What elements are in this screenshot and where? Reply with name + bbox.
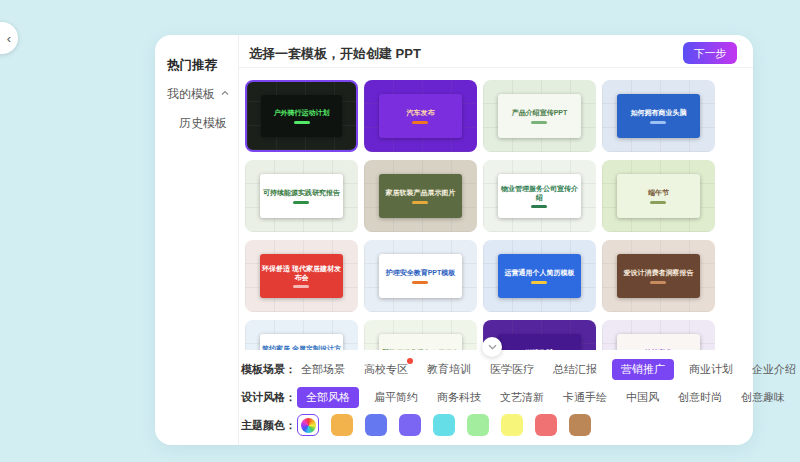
template-accent-bar [412, 281, 428, 284]
sidebar-item-label: 我的模板 [167, 87, 215, 101]
filter-label-style: 设计风格： [241, 390, 297, 405]
template-title: 户外骑行运动计划 [274, 108, 330, 117]
template-accent-bar [293, 285, 309, 288]
template-slide-preview: 如何拥有商业头脑 [617, 94, 701, 139]
template-thumbnail-0[interactable]: 户外骑行运动计划 [245, 80, 358, 152]
template-accent-bar [293, 201, 309, 204]
template-title: 汽车发布 [406, 108, 434, 117]
chevron-up-icon [221, 90, 228, 97]
template-thumbnail-11[interactable]: 爱设计消费者洞察报告 [602, 240, 715, 312]
template-picker-panel: 热门推荐 我的模板 历史模板 选择一套模板，开始创建 PPT 下一步 户外骑行运… [155, 35, 753, 445]
template-thumbnail-8[interactable]: 环保舒适 现代家居建材发布会 [245, 240, 358, 312]
collapse-left-icon: ‹ [7, 31, 11, 46]
template-title: 物业管理服务公司宣传介绍 [500, 184, 580, 203]
color-wheel-icon [301, 418, 316, 433]
page-title: 选择一套模板，开始创建 PPT [249, 45, 421, 63]
sidebar: 热门推荐 我的模板 历史模板 [155, 35, 238, 445]
template-title: 如何拥有商业头脑 [630, 108, 686, 117]
expand-more-button[interactable] [482, 337, 502, 357]
template-slide-preview: 爱设计消费者洞察报告 [617, 254, 701, 299]
template-title: 爱设计消费者洞察报告 [623, 268, 693, 277]
template-slide-preview: 护理安全教育PPT模板 [379, 254, 463, 299]
filter-chip-医学医疗[interactable]: 医学医疗 [486, 359, 538, 380]
template-slide-preview: 汽车发布 [379, 94, 463, 139]
filter-chip-商务科技[interactable]: 商务科技 [433, 387, 485, 408]
template-accent-bar [531, 281, 547, 284]
template-thumbnail-13[interactable]: 新能源行业绿色发展报告 [364, 320, 477, 350]
color-swatch-BC8756[interactable] [569, 414, 591, 436]
template-slide-preview: 简约商务 [617, 334, 701, 350]
template-title: 简约家居 全屋定制设计方案展示 [262, 344, 342, 350]
filter-row-color: 主题颜色： [241, 414, 745, 436]
template-slide-preview: 端午节 [617, 174, 701, 219]
template-title: 护理安全教育PPT模板 [386, 268, 456, 277]
color-swatch-7A66F2[interactable] [399, 414, 421, 436]
sidebar-item-hot-recommend[interactable]: 热门推荐 [155, 51, 238, 80]
filter-chip-创意时尚[interactable]: 创意时尚 [674, 387, 726, 408]
next-step-button[interactable]: 下一步 [683, 42, 737, 64]
template-accent-bar [412, 201, 428, 204]
color-swatch-A3ED9E[interactable] [467, 414, 489, 436]
filter-chip-扁平简约[interactable]: 扁平简约 [370, 387, 422, 408]
template-accent-bar [531, 205, 547, 208]
template-title: 简约商务 [644, 348, 672, 350]
color-swatch-6678F0[interactable] [365, 414, 387, 436]
filter-row-scene: 模板场景： 全部场景高校专区教育培训医学医疗总结汇报营销推广商业计划企业介绍党政… [241, 359, 745, 380]
filter-chip-创意趣味[interactable]: 创意趣味 [737, 387, 789, 408]
filter-row-style: 设计风格： 全部风格扁平简约商务科技文艺清新卡通手绘中国风创意时尚创意趣味 [241, 387, 745, 408]
filter-chip-总结汇报[interactable]: 总结汇报 [549, 359, 601, 380]
template-thumbnail-2[interactable]: 产品介绍宣传PPT [483, 80, 596, 152]
template-thumbnail-1[interactable]: 汽车发布 [364, 80, 477, 152]
new-badge-dot [407, 358, 413, 364]
filter-chip-文艺清新[interactable]: 文艺清新 [496, 387, 548, 408]
template-thumbnail-6[interactable]: 物业管理服务公司宣传介绍 [483, 160, 596, 232]
template-accent-bar [531, 121, 547, 124]
template-accent-bar [294, 121, 310, 124]
style-chip-list: 全部风格扁平简约商务科技文艺清新卡通手绘中国风创意时尚创意趣味 [297, 387, 789, 408]
color-swatch-list [297, 414, 591, 436]
sidebar-item-history-templates[interactable]: 历史模板 [155, 109, 238, 138]
filter-chip-企业介绍[interactable]: 企业介绍 [748, 359, 800, 380]
filter-chip-全部场景[interactable]: 全部场景 [297, 359, 349, 380]
color-swatch-F07272[interactable] [535, 414, 557, 436]
template-slide-preview: 新能源行业绿色发展报告 [379, 334, 463, 350]
template-title: 环保舒适 现代家居建材发布会 [262, 264, 342, 283]
template-thumbnail-15[interactable]: 简约商务 [602, 320, 715, 350]
collapse-panel-button[interactable]: ‹ [0, 22, 18, 54]
filter-chip-中国风[interactable]: 中国风 [622, 387, 663, 408]
filter-chip-教育培训[interactable]: 教育培训 [423, 359, 475, 380]
template-thumbnail-3[interactable]: 如何拥有商业头脑 [602, 80, 715, 152]
filter-chip-营销推广[interactable]: 营销推广 [612, 359, 674, 380]
template-thumbnail-4[interactable]: 可持续能源实践研究报告 [245, 160, 358, 232]
filter-chip-全部风格[interactable]: 全部风格 [297, 387, 359, 408]
color-swatch-66DEE8[interactable] [433, 414, 455, 436]
template-slide-preview: 户外骑行运动计划 [261, 95, 342, 137]
template-thumbnail-7[interactable]: 端午节 [602, 160, 715, 232]
template-thumbnail-10[interactable]: 运营通用个人简历模板 [483, 240, 596, 312]
template-thumbnail-5[interactable]: 家居软装产品展示图片 [364, 160, 477, 232]
color-swatch-F7F57A[interactable] [501, 414, 523, 436]
template-slide-preview: 环保舒适 现代家居建材发布会 [260, 254, 344, 299]
color-swatch-F2B24C[interactable] [331, 414, 353, 436]
sidebar-item-my-templates[interactable]: 我的模板 [155, 80, 238, 109]
template-accent-bar [650, 201, 666, 204]
template-slide-preview: 潮流街球 [498, 334, 582, 350]
filter-chip-卡通手绘[interactable]: 卡通手绘 [559, 387, 611, 408]
scene-chip-list: 全部场景高校专区教育培训医学医疗总结汇报营销推广商业计划企业介绍党政宣传晚会表彰 [297, 359, 800, 380]
template-thumbnail-12[interactable]: 简约家居 全屋定制设计方案展示 [245, 320, 358, 350]
chevron-down-icon [488, 344, 497, 350]
template-slide-preview: 可持续能源实践研究报告 [260, 174, 344, 219]
filter-chip-高校专区[interactable]: 高校专区 [360, 359, 412, 380]
sidebar-divider [238, 35, 239, 445]
filter-chip-商业计划[interactable]: 商业计划 [685, 359, 737, 380]
template-title: 新能源行业绿色发展报告 [382, 348, 459, 350]
template-accent-bar [650, 121, 666, 124]
filter-label-scene: 模板场景： [241, 362, 297, 377]
template-slide-preview: 运营通用个人简历模板 [498, 254, 582, 299]
color-wheel-swatch-selected[interactable] [297, 414, 319, 436]
template-title: 潮流街球 [525, 348, 553, 350]
template-accent-bar [412, 121, 428, 124]
template-slide-preview: 物业管理服务公司宣传介绍 [498, 174, 582, 219]
template-title: 可持续能源实践研究报告 [263, 188, 340, 197]
template-thumbnail-9[interactable]: 护理安全教育PPT模板 [364, 240, 477, 312]
